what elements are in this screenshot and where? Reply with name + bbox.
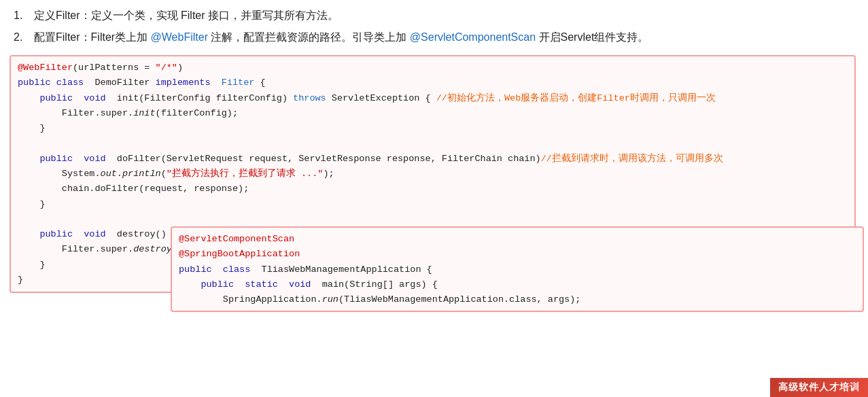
comment-init: //初始化方法，Web服务器启动，创建Filter时调用，只调用一次 [436,93,716,103]
kw-throws: throws [293,93,326,103]
page-container: 1. 定义Filter：定义一个类，实现 Filter 接口，并重写其所有方法。… [0,0,868,397]
classname-demofilter: DemoFilter [89,77,155,88]
field-out: out [101,169,117,179]
code-line-6 [11,137,854,152]
code-line-5: } [11,121,854,136]
instruction-text-suffix: 开启Servlet组件支持。 [536,31,648,43]
method-super-init: init [133,108,155,118]
kw-implements: implements [156,77,211,88]
kw-static-r1: static [239,279,278,290]
code-block-tlias: @ServletComponentScan @SpringBootApplica… [171,226,864,311]
code-line-9: chain.doFilter(request, response); [11,182,854,196]
code-line-1: @WebFilter(urlPatterns = "/*") [11,61,854,75]
comment-dofilter: //拦截到请求时，调用该方法，可调用多次 [541,154,723,164]
code-urlpatterns: (urlPatterns = [73,63,156,73]
instruction-text-prefix: 配置Filter：Filter类上加 [34,31,151,43]
code-line-11 [11,212,854,227]
code-line-4: Filter.super.init(filterConfig); [11,106,854,121]
exception-servlet: ServletException { [326,93,436,103]
instruction-text-mid1: 注解，配置拦截资源的路径。引导类上加 [208,31,410,43]
code-right-line-3: public class TliasWebManagementApplicati… [172,262,863,277]
instructions-section: 1. 定义Filter：定义一个类，实现 Filter 接口，并重写其所有方法。… [0,0,868,55]
method-println: println [122,169,161,179]
kw-void-1: void [78,93,106,103]
annotation-servletcomponentscan-code: @ServletComponentScan [179,234,294,244]
kw-public-r1: public [179,264,212,275]
method-init: init(FilterConfig filterConfig) [111,93,293,103]
annotation-webfilter-code: @WebFilter [18,63,73,73]
annotation-springbootapp: @SpringBootApplication [179,249,300,259]
instruction-item-1: 1. 定义Filter：定义一个类，实现 Filter 接口，并重写其所有方法。 [14,7,854,24]
string-println: "拦截方法执行，拦截到了请求 ..." [167,169,324,179]
kw-public-r2: public [201,279,234,290]
kw-void-2: void [78,154,106,164]
method-dofilter: doFilter(ServletRequest request, Servlet… [111,154,541,164]
kw-class-1: class [56,77,84,88]
code-line-10: } [11,197,854,212]
kw-public-3: public [39,154,73,164]
code-line-7: public void doFilter(ServletRequest requ… [11,152,854,167]
instruction-num-1: 1. [14,7,34,24]
kw-public-2: public [39,93,73,103]
method-super-destroy: destroy [133,244,172,254]
annotation-webfilter: @WebFilter [151,31,208,43]
code-right-line-4: public static void main(String[] args) { [172,277,863,292]
interface-filter: Filter [216,77,255,88]
kw-public-1: public [18,77,51,88]
code-right-line-2: @SpringBootApplication [172,247,863,262]
method-main: main(String[] args) { [317,279,438,290]
brand-label: 高级软件人才培训 [778,381,860,392]
instruction-text-2: 配置Filter：Filter类上加 @WebFilter 注解，配置拦截资源的… [34,29,648,46]
classname-tlias: TliasWebManagementApplication { [256,264,432,275]
kw-void-3: void [78,229,106,239]
instruction-num-2: 2. [14,29,34,46]
code-line-3: public void init(FilterConfig filterConf… [11,91,854,106]
brand-tag: 高级软件人才培训 [770,378,868,397]
code-string-pattern: "/*" [156,63,177,73]
method-run: run [322,294,338,305]
code-line-8: System.out.println("拦截方法执行，拦截到了请求 ..."); [11,167,854,182]
code-area: @WebFilter(urlPatterns = "/*") public cl… [10,55,858,341]
kw-public-4: public [39,229,73,239]
annotation-servletcomponentscan: @ServletComponentScan [410,31,536,43]
instruction-text-1: 定义Filter：定义一个类，实现 Filter 接口，并重写其所有方法。 [34,7,338,24]
kw-class-r1: class [218,264,251,275]
code-line-2: public class DemoFilter implements Filte… [11,75,854,90]
code-right-line-5: SpringApplication.run(TliasWebManagement… [172,292,863,307]
code-right-line-1: @ServletComponentScan [172,232,863,247]
kw-void-r1: void [283,279,311,290]
instruction-item-2: 2. 配置Filter：Filter类上加 @WebFilter 注解，配置拦截… [14,29,854,46]
code-close-paren: ) [177,63,183,73]
